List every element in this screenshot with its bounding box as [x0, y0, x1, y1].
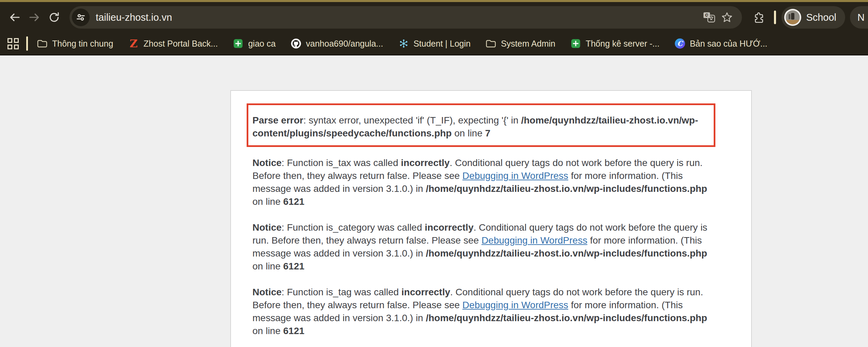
text-segment: : Function is_category was called: [282, 222, 425, 233]
text-segment: : Function is_tag was called: [282, 287, 402, 297]
bookmark-item[interactable]: Thống kê server -...: [570, 38, 660, 49]
star-icon: [721, 12, 733, 23]
reload-button[interactable]: [44, 7, 64, 27]
forward-arrow-icon: [28, 11, 41, 23]
bookmark-star-button[interactable]: [718, 9, 736, 26]
debugging-in-wordpress-link[interactable]: Debugging in WordPress: [481, 235, 587, 246]
bookmark-item[interactable]: vanhoa690/angula...: [291, 38, 383, 49]
text-segment: 6121: [283, 326, 304, 336]
bookmark-label: Zhost Portal Back...: [143, 39, 218, 49]
profile-name-partial: N: [857, 12, 865, 23]
text-segment: incorrectly: [401, 287, 450, 297]
text-segment: : syntax error, unexpected 'if' (T_IF), …: [303, 115, 521, 126]
bookmark-item[interactable]: CBản sao của HƯỚ...: [675, 38, 768, 49]
bookmark-item[interactable]: giao ca: [233, 38, 276, 49]
text-segment: incorrectly: [401, 158, 450, 168]
bookmark-label: Thông tin chung: [52, 39, 113, 49]
folder-icon: [37, 38, 48, 49]
browser-toolbar: tailieu-zhost.io.vn G: [0, 2, 868, 33]
bookmark-label: Bản sao của HƯỚ...: [690, 39, 768, 49]
url-input[interactable]: tailieu-zhost.io.vn: [96, 12, 700, 23]
text-segment: on line: [452, 128, 485, 138]
notices-list: Notice: Function is_tax was called incor…: [252, 156, 720, 337]
text-segment: Notice: [252, 287, 282, 297]
text-segment: 7: [485, 128, 491, 138]
site-settings-button[interactable]: [72, 9, 90, 26]
text-segment: /home/quynhdzz/tailieu-zhost.io.vn/wp-in…: [426, 313, 707, 323]
bookmark-label: giao ca: [248, 39, 276, 49]
bookmark-label: Thống kê server -...: [586, 39, 660, 49]
bookmark-label: vanhoa690/angula...: [306, 39, 383, 49]
student-icon: [398, 38, 409, 49]
text-segment: incorrectly: [425, 222, 474, 233]
bookmark-label: System Admin: [501, 39, 555, 49]
bookmark-label: Student | Login: [414, 39, 471, 49]
avatar: [784, 9, 801, 26]
tune-icon: [76, 13, 86, 22]
profile-button[interactable]: School: [781, 6, 845, 29]
canva-icon: C: [675, 38, 685, 49]
translate-icon: G: [703, 12, 715, 23]
notice-paragraph: Notice: Function is_tax was called incor…: [252, 156, 720, 208]
toolbar-separator: [774, 11, 776, 24]
bookmark-item[interactable]: Student | Login: [398, 38, 471, 49]
parse-error-highlight-box: Parse error: syntax error, unexpected 'i…: [247, 103, 715, 147]
puzzle-icon: [753, 12, 764, 23]
bookmarks-bar: Thông tin chungZZhost Portal Back...giao…: [0, 33, 868, 55]
github-icon: [291, 38, 301, 49]
notice-paragraph: Notice: Function is_tag was called incor…: [252, 286, 720, 337]
sheets-icon: [570, 38, 581, 49]
error-output-card: Parse error: syntax error, unexpected 'i…: [230, 90, 752, 347]
text-segment: Notice: [252, 222, 282, 233]
text-segment: 6121: [283, 261, 304, 271]
text-segment: /home/quynhdzz/tailieu-zhost.io.vn/wp-in…: [426, 183, 707, 194]
translate-button[interactable]: G: [700, 9, 718, 26]
text-segment: on line: [252, 326, 283, 336]
bookmarks-list: Thông tin chungZZhost Portal Back...giao…: [37, 38, 782, 49]
back-button[interactable]: [5, 7, 25, 27]
text-segment: on line: [252, 196, 283, 207]
bookmark-item[interactable]: ZZhost Portal Back...: [128, 38, 218, 49]
bookmark-item[interactable]: Thông tin chung: [37, 38, 113, 49]
folder-icon: [485, 38, 496, 49]
bookmarks-separator: [26, 36, 28, 51]
bookmark-item[interactable]: System Admin: [485, 38, 555, 49]
text-segment: Parse error: [252, 115, 303, 126]
profile-name: School: [806, 12, 836, 23]
text-segment: on line: [252, 261, 283, 271]
zhost-icon: Z: [128, 38, 139, 49]
address-bar[interactable]: tailieu-zhost.io.vn G: [69, 6, 742, 29]
forward-button[interactable]: [25, 7, 44, 27]
apps-grid-icon[interactable]: [7, 38, 19, 49]
toolbar-right-cluster: School N: [749, 6, 868, 29]
text-segment: /home/quynhdzz/tailieu-zhost.io.vn/wp-in…: [426, 248, 707, 259]
debugging-in-wordpress-link[interactable]: Debugging in WordPress: [462, 300, 568, 310]
notice-paragraph: Notice: Function is_category was called …: [252, 221, 720, 273]
sheets-icon: [233, 38, 244, 49]
extensions-button[interactable]: [749, 7, 769, 27]
reload-icon: [48, 11, 60, 23]
text-segment: Notice: [252, 158, 282, 168]
text-segment: : Function is_tax was called: [282, 158, 401, 168]
profile-button-secondary[interactable]: N: [850, 6, 868, 29]
text-segment: 6121: [283, 196, 304, 207]
page-content: Parse error: syntax error, unexpected 'i…: [0, 55, 868, 347]
debugging-in-wordpress-link[interactable]: Debugging in WordPress: [462, 170, 568, 181]
back-arrow-icon: [9, 11, 21, 23]
